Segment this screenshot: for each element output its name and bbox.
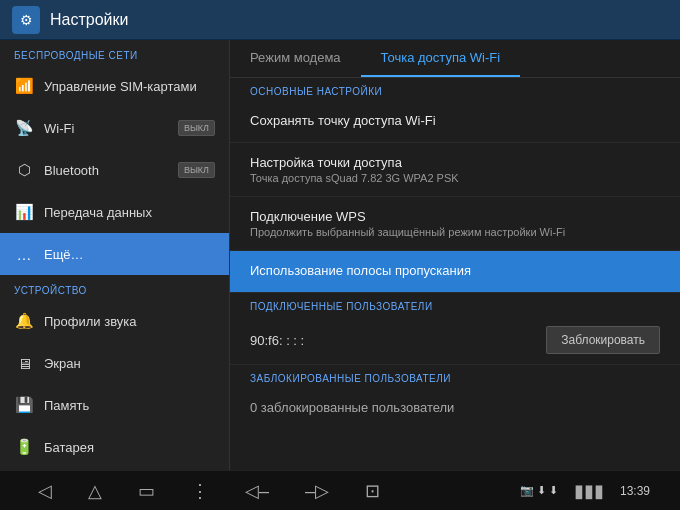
data-icon: 📊 [14,202,34,222]
signal-icon: ▮▮▮ [566,476,612,506]
bluetooth-toggle[interactable]: ВЫКЛ [178,162,215,178]
content-body: ОСНОВНЫЕ НАСТРОЙКИСохранять точку доступ… [230,78,680,427]
tab-bar: Режим модемаТочка доступа Wi-Fi [230,40,680,78]
wifi-toggle[interactable]: ВЫКЛ [178,120,215,136]
expand-button[interactable]: ⊡ [357,476,388,506]
nav-right: 📷 ⬇ ⬇ ▮▮▮ 13:39 [520,476,650,506]
sidebar-item-bluetooth[interactable]: ⬡BluetoothВЫКЛ [0,149,229,191]
recents-button[interactable]: ▭ [130,476,163,506]
sidebar-item-display[interactable]: 🖥Экран [0,342,229,384]
tab-hotspot[interactable]: Точка доступа Wi-Fi [361,40,521,77]
blocked-users-count: 0 заблокированные пользователи [230,388,680,427]
sound-icon: 🔔 [14,311,34,331]
sidebar-section-label: БЕСПРОВОДНЫЕ СЕТИ [0,40,229,65]
topbar: ⚙ Настройки [0,0,680,40]
main-layout: БЕСПРОВОДНЫЕ СЕТИ📶Управление SIM-картами… [0,40,680,470]
battery-icon: 🔋 [14,437,34,457]
sim-icon: 📶 [14,76,34,96]
display-label: Экран [44,356,215,371]
navbar: ◁ △ ▭ ⋮ ◁– –▷ ⊡ 📷 ⬇ ⬇ ▮▮▮ 13:39 [0,470,680,510]
more-label: Ещё… [44,247,215,262]
vol-down-button[interactable]: ◁– [237,476,277,506]
setup_hotspot-subtitle: Точка доступа sQuad 7.82 3G WPA2 PSK [250,172,660,184]
user-mac-0: 90:f6: : : : [250,333,546,348]
wifi-icon: 📡 [14,118,34,138]
app-icon: ⚙ [12,6,40,34]
tab-modem[interactable]: Режим модема [230,40,361,77]
memory-icon: 💾 [14,395,34,415]
display-icon: 🖥 [14,353,34,373]
save_hotspot-title: Сохранять точку доступа Wi-Fi [250,113,660,128]
wps-title: Подключение WPS [250,209,660,224]
content-panel: Режим модемаТочка доступа Wi-Fi ОСНОВНЫЕ… [230,40,680,470]
setting-row-wps[interactable]: Подключение WPSПродолжить выбранный защи… [230,197,680,251]
memory-label: Память [44,398,215,413]
sidebar-item-more[interactable]: …Ещё… [0,233,229,275]
sidebar-item-battery[interactable]: 🔋Батарея [0,426,229,468]
setting-row-bandwidth[interactable]: Использование полосы пропускания [230,251,680,293]
back-button[interactable]: ◁ [30,476,60,506]
nav-left: ◁ △ ▭ ⋮ ◁– –▷ ⊡ [30,476,388,506]
setup_hotspot-title: Настройка точки доступа [250,155,660,170]
vol-up-button[interactable]: –▷ [297,476,337,506]
bluetooth-label: Bluetooth [44,163,168,178]
wps-subtitle: Продолжить выбранный защищённый режим на… [250,226,660,238]
app-title: Настройки [50,11,128,29]
battery-label: Батарея [44,440,215,455]
sidebar-section-label: УСТРОЙСТВО [0,275,229,300]
connected-users-label: ПОДКЛЮЧЕННЫЕ ПОЛЬЗОВАТЕЛИ [230,293,680,316]
setting-row-setup_hotspot[interactable]: Настройка точки доступаТочка доступа sQu… [230,143,680,197]
user-row-0: 90:f6: : : : Заблокировать [230,316,680,365]
bluetooth-icon: ⬡ [14,160,34,180]
data-label: Передача данных [44,205,215,220]
sidebar-item-memory[interactable]: 💾Память [0,384,229,426]
sidebar: БЕСПРОВОДНЫЕ СЕТИ📶Управление SIM-картами… [0,40,230,470]
sound-label: Профили звука [44,314,215,329]
time-display: 13:39 [620,484,650,498]
bandwidth-title: Использование полосы пропускания [250,263,660,278]
sidebar-item-sound[interactable]: 🔔Профили звука [0,300,229,342]
home-button[interactable]: △ [80,476,110,506]
sim-label: Управление SIM-картами [44,79,215,94]
sidebar-item-apps[interactable]: 📱Приложения [0,468,229,470]
more-icon: … [14,244,34,264]
sidebar-item-wifi[interactable]: 📡Wi-FiВЫКЛ [0,107,229,149]
sidebar-item-data[interactable]: 📊Передача данных [0,191,229,233]
status-icons: 📷 ⬇ ⬇ [520,484,558,497]
menu-button[interactable]: ⋮ [183,476,217,506]
block-user-button-0[interactable]: Заблокировать [546,326,660,354]
settings-section-label: ОСНОВНЫЕ НАСТРОЙКИ [230,78,680,101]
blocked-users-label: ЗАБЛОКИРОВАННЫЕ ПОЛЬЗОВАТЕЛИ [230,365,680,388]
wifi-label: Wi-Fi [44,121,168,136]
setting-row-save_hotspot[interactable]: Сохранять точку доступа Wi-Fi [230,101,680,143]
sidebar-item-sim[interactable]: 📶Управление SIM-картами [0,65,229,107]
